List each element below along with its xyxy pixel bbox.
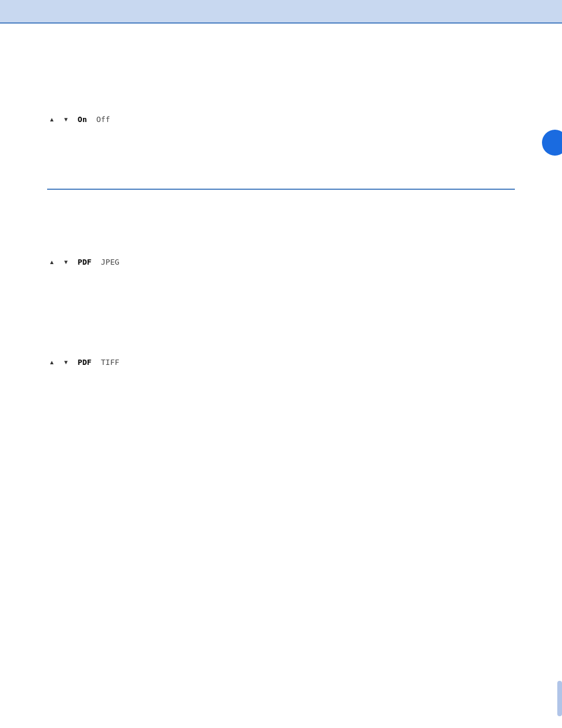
pdf-option-label-1[interactable]: PDF bbox=[75, 258, 94, 266]
on-off-control-row: ▲ ▼ On Off bbox=[47, 115, 515, 124]
spacer-11 bbox=[47, 290, 515, 308]
tiff-option-label[interactable]: TIFF bbox=[98, 358, 121, 367]
jpeg-option-label[interactable]: JPEG bbox=[98, 258, 121, 266]
pdf-jpeg-control-row: ▲ ▼ PDF JPEG bbox=[47, 258, 515, 266]
section-on-off: ▲ ▼ On Off bbox=[0, 35, 562, 183]
spacer-1 bbox=[47, 47, 515, 65]
spacer-12 bbox=[47, 308, 515, 325]
section-divider-1 bbox=[47, 189, 515, 190]
spacer-5 bbox=[47, 130, 515, 147]
spacer-9 bbox=[47, 243, 515, 252]
top-bar bbox=[0, 0, 562, 24]
spacer-16 bbox=[47, 390, 515, 408]
spacer-7 bbox=[47, 207, 515, 225]
section-pdf-jpeg: ▲ ▼ PDF JPEG ▲ ▼ PDF TIFF bbox=[0, 196, 562, 479]
on-off-up-button[interactable]: ▲ bbox=[47, 115, 57, 124]
spacer-8 bbox=[47, 225, 515, 243]
spacer-10 bbox=[47, 272, 515, 290]
pdf-option-label-2[interactable]: PDF bbox=[75, 358, 94, 367]
spacer-2 bbox=[47, 65, 515, 83]
spacer-15 bbox=[47, 373, 515, 390]
spacer-4 bbox=[47, 100, 515, 109]
spacer-18 bbox=[47, 426, 515, 443]
scrollbar[interactable] bbox=[557, 681, 562, 716]
off-option-label[interactable]: Off bbox=[94, 115, 112, 124]
spacer-13 bbox=[47, 325, 515, 343]
pdf-jpeg-up-button[interactable]: ▲ bbox=[47, 258, 57, 266]
pdf-tiff-control-row: ▲ ▼ PDF TIFF bbox=[47, 358, 515, 367]
spacer-6 bbox=[47, 147, 515, 165]
on-option-label[interactable]: On bbox=[75, 115, 90, 124]
spacer-17 bbox=[47, 408, 515, 426]
pdf-tiff-down-button[interactable]: ▼ bbox=[61, 358, 71, 367]
spacer-19 bbox=[47, 443, 515, 461]
spacer-14 bbox=[47, 343, 515, 352]
spacer-3 bbox=[47, 83, 515, 100]
pdf-tiff-up-button[interactable]: ▲ bbox=[47, 358, 57, 367]
pdf-jpeg-down-button[interactable]: ▼ bbox=[61, 258, 71, 266]
content-area: ▲ ▼ On Off ▲ ▼ PDF JPEG ▲ ▼ PDF TIFF bbox=[0, 24, 562, 490]
on-off-down-button[interactable]: ▼ bbox=[61, 115, 71, 124]
